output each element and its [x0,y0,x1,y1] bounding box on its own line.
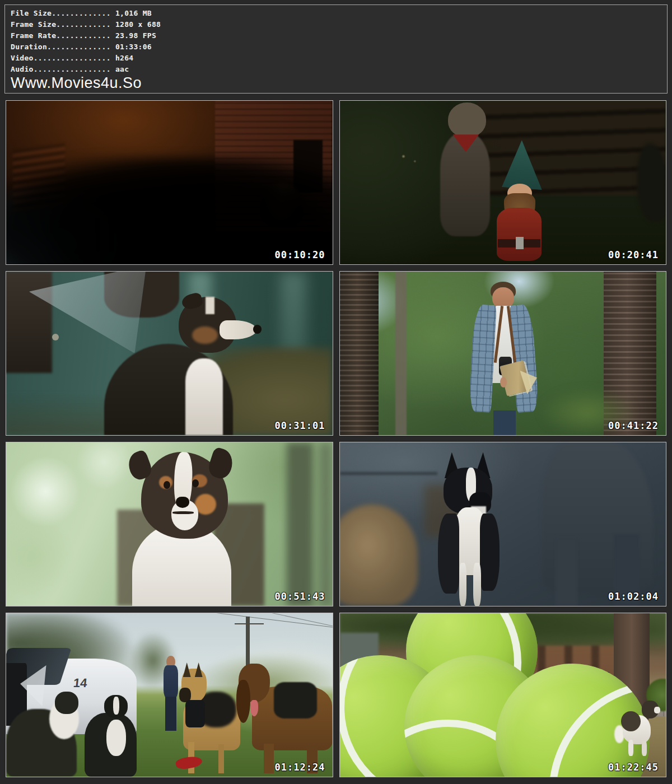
shepherd-leg [218,744,224,773]
scene-aussie-closeup [6,442,333,606]
movie-screenshot-4: 00:41:22 [339,271,667,436]
dog-leg [628,740,633,756]
gnome-buckle [516,237,524,249]
info-video-codec: Video................. h264 [11,53,661,64]
info-frame-rate: Frame Rate............ 23.98 FPS [11,30,661,41]
scene-night-yard [6,101,333,264]
officer-uniform [164,665,179,698]
movie-screenshot-5: 00:51:43 [6,442,333,606]
info-duration: Duration.............. 01:33:06 [11,41,661,53]
deer-statue [637,143,666,222]
timestamp: 01:02:04 [608,591,659,602]
terrier-dog [434,102,496,236]
blurred-trunk [287,442,313,606]
timestamp: 00:51:43 [275,591,325,602]
movie-screenshot-8: 01:22:45 [339,613,667,777]
movie-screenshot-3: 00:31:01 [6,271,333,436]
timestamp: 00:10:20 [275,249,325,260]
bloodhound-leg [264,744,273,773]
front-leg [473,563,481,606]
gnome-coat [497,208,542,261]
scene-forest-man [340,272,666,435]
cone-dog-shoulder [6,272,52,373]
aussie-white-chest [185,358,223,435]
aussie-shepherd-small [620,697,659,756]
aussie-shepherd-closeup [117,446,267,606]
gnome-hat [493,138,545,190]
screenshot-grid: 00:10:20 00:20:41 [6,100,666,777]
movie-screenshot-2: 00:20:41 [339,100,667,265]
border-collie-center [78,695,143,777]
bloodhound-harness [274,682,317,718]
movie-screenshot-6: 01:02:04 [339,442,667,606]
gray-dog-leg [555,537,578,606]
movie-screenshot-7: 14 [6,613,333,777]
bloodhound-tongue [250,700,258,716]
collie-head [55,692,78,713]
timestamp: 01:12:24 [275,762,325,773]
scene-tennis-balls [340,613,666,777]
border-collie-left [6,692,85,777]
plaid-shirt-left [469,304,497,413]
collie-white-chest [106,720,126,757]
dog-nose [176,497,189,508]
black-flank [480,514,500,590]
scene-boston-terrier [340,442,666,606]
aussie-nose [253,325,262,334]
dog-dark-back [621,711,641,731]
officer-pants [165,697,176,731]
tan-scruffy-dog [339,505,418,606]
background-shelf [340,472,438,475]
boston-terrier [431,452,516,606]
dog-leg [642,741,647,756]
bloodhound [235,659,333,773]
scene-k9-field: 14 [6,613,333,777]
bloodhound-ear [236,680,250,724]
k9-harness [185,700,205,727]
garden-gnome [489,140,548,261]
collar-tag [52,334,59,340]
scene-gnome-garden [340,101,666,264]
site-watermark: Www.Movies4u.So [11,75,661,91]
aussie-blaze [206,297,214,315]
collie-blaze [113,697,119,715]
jeans [493,410,516,435]
info-audio-codec: Audio................. aac [11,64,661,75]
van-number: 14 [73,676,88,690]
timestamp: 00:20:41 [608,249,659,260]
foreground-dog-silhouette [6,156,333,265]
dog-mouth [172,511,194,514]
aussie-muzzle [220,320,257,339]
media-info-box: File Size............. 1,016 MB Frame Si… [4,4,668,94]
info-file-size: File Size............. 1,016 MB [11,8,661,19]
blurred-trunk [319,442,332,606]
tan-cheek [195,494,216,515]
black-flank [438,514,459,594]
pole-crossarm [235,623,264,625]
man-with-binoculars [457,282,555,435]
scene-barn-cone [6,272,333,435]
aussie-tan-patch [192,326,217,344]
timestamp: 01:22:45 [608,762,659,773]
timestamp: 00:31:01 [275,420,325,431]
dog-muzzle [654,707,660,714]
tree-trunk-thin [395,272,407,435]
terrier-head [448,102,487,137]
timestamp: 00:41:22 [608,420,659,431]
movie-screenshot-1: 00:10:20 [6,100,333,265]
info-frame-size: Frame Size............ 1280 x 688 [11,19,661,30]
tree-trunk-left [340,272,379,435]
front-leg [459,563,467,606]
female-officer [161,656,181,734]
aussie-shepherd [104,288,274,435]
